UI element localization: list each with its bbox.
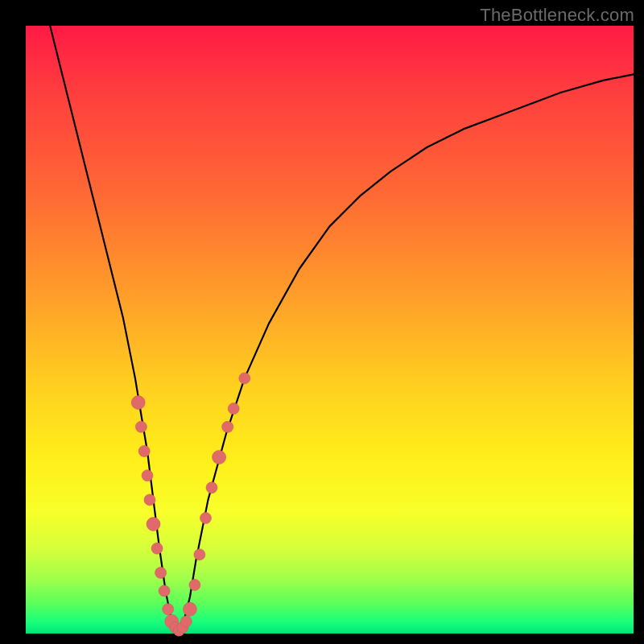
data-point — [159, 585, 170, 597]
data-point — [155, 568, 167, 579]
data-point — [239, 373, 250, 384]
data-point — [206, 482, 217, 493]
data-point — [200, 513, 212, 524]
data-point — [147, 518, 160, 531]
chart-frame: TheBottleneck.com — [0, 0, 644, 644]
watermark-text: TheBottleneck.com — [480, 5, 634, 26]
data-point — [180, 616, 192, 627]
data-point — [151, 543, 163, 554]
plot-area — [26, 26, 634, 634]
data-point — [228, 403, 239, 415]
curve-svg — [26, 26, 634, 634]
data-point — [194, 549, 205, 560]
data-point — [183, 602, 196, 616]
data-point — [138, 446, 150, 457]
data-point — [142, 470, 153, 481]
data-point — [135, 421, 147, 432]
bottleneck-curve — [50, 26, 634, 634]
data-point — [163, 604, 174, 615]
data-point — [189, 580, 200, 591]
data-point — [144, 494, 155, 506]
data-point — [131, 396, 145, 410]
data-point — [213, 451, 226, 464]
data-point — [222, 421, 233, 432]
